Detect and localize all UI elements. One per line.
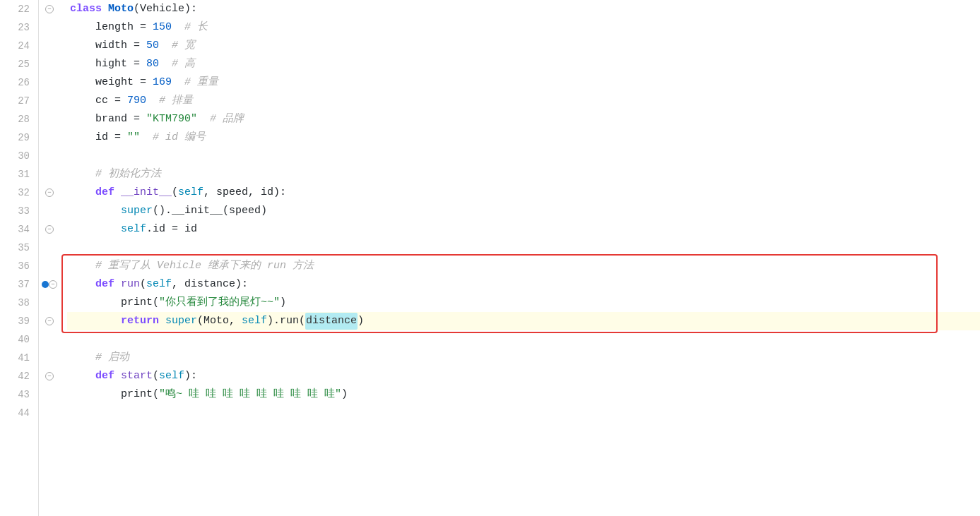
line-number: 27: [0, 92, 38, 110]
code-token: 50: [146, 37, 159, 54]
code-token: __init__: [121, 184, 172, 201]
gutter-cell: [39, 294, 60, 312]
code-token: 169: [153, 74, 172, 91]
gutter-cell: [39, 202, 60, 220]
code-line: [67, 330, 980, 349]
line-number: 41: [0, 349, 38, 367]
code-token: [70, 184, 95, 201]
fold-icon[interactable]: −: [45, 372, 54, 380]
code-token: length =: [70, 19, 153, 36]
gutter-cell: [39, 37, 60, 55]
code-line: length = 150 # 长: [67, 18, 980, 37]
code-token: [146, 92, 159, 109]
fold-icon[interactable]: −: [45, 317, 54, 325]
code-line: weight = 169 # 重量: [67, 73, 980, 92]
editor-content: class Moto(Vehicle): length = 150 # 长 wi…: [60, 0, 980, 516]
line-numbers: 2223242526272829303132333435363738394041…: [0, 0, 39, 516]
code-line: print("你只看到了我的尾灯~~"): [67, 294, 980, 312]
code-token: [172, 74, 184, 91]
code-line: hight = 80 # 高: [67, 55, 980, 73]
breakpoint-dot: [42, 281, 49, 288]
code-line: # 启动: [67, 349, 980, 367]
line-number: 26: [0, 73, 38, 92]
line-number: 35: [0, 239, 38, 257]
code-token: # 启动: [95, 349, 129, 366]
code-line: def run(self, distance):: [67, 275, 980, 294]
code-line: # 重写了从 Vehicle 继承下来的 run 方法: [67, 257, 980, 275]
line-number: 37: [0, 275, 38, 294]
code-token: [70, 258, 95, 275]
code-token: , speed, id):: [203, 184, 286, 201]
gutter-cell: [39, 330, 60, 349]
code-token: self: [121, 221, 146, 238]
code-token: # id 编号: [153, 129, 206, 146]
gutter-cell: [39, 147, 60, 165]
code-token: (: [172, 184, 178, 201]
gutter-cell: [39, 18, 60, 37]
code-token: 80: [146, 56, 159, 73]
code-token: id =: [70, 129, 127, 146]
fold-icon[interactable]: −: [49, 280, 57, 289]
code-token: class: [70, 1, 108, 18]
code-token: "你只看到了我的尾灯~~": [159, 294, 280, 311]
line-number: 33: [0, 202, 38, 220]
code-token: ).run(: [267, 313, 305, 330]
code-token: "鸣~ 哇 哇 哇 哇 哇 哇 哇 哇 哇": [159, 386, 341, 403]
gutter-cell: −: [39, 367, 60, 385]
code-line: [67, 404, 980, 422]
code-line: def __init__(self, speed, id):: [67, 184, 980, 202]
code-token: ().__init__(speed): [153, 203, 267, 220]
line-number: 42: [0, 367, 38, 385]
code-token: [70, 294, 121, 311]
line-number: 28: [0, 110, 38, 128]
code-token: [140, 129, 153, 146]
code-token: (Vehicle):: [134, 1, 197, 18]
gutter-cell: −: [39, 275, 60, 294]
code-token: def: [95, 368, 121, 385]
code-line: [67, 147, 980, 165]
gutter-cell: −: [39, 312, 60, 330]
code-token: "": [127, 129, 140, 146]
code-token: return: [121, 313, 165, 330]
gutter: −−−−−−: [39, 0, 60, 516]
code-token: "KTM790": [146, 111, 197, 128]
line-number: 22: [0, 0, 38, 18]
code-token: (Moto,: [197, 313, 242, 330]
code-line: id = "" # id 编号: [67, 128, 980, 147]
code-line: width = 50 # 宽: [67, 37, 980, 55]
fold-icon[interactable]: −: [45, 5, 54, 13]
gutter-cell: [39, 55, 60, 73]
code-token: # 初始化方法: [95, 166, 161, 183]
code-line: self.id = id: [67, 220, 980, 239]
code-token: def: [95, 184, 121, 201]
code-token: [70, 349, 95, 366]
line-number: 34: [0, 220, 38, 239]
code-token: print(: [121, 294, 159, 311]
code-token: # 长: [184, 19, 208, 36]
code-token: ):: [235, 276, 248, 293]
line-number: 40: [0, 330, 38, 349]
gutter-cell: [39, 257, 60, 275]
fold-icon[interactable]: −: [45, 225, 54, 234]
line-number: 39: [0, 312, 38, 330]
gutter-cell: [39, 92, 60, 110]
code-token: [70, 368, 95, 385]
gutter-cell: [39, 73, 60, 92]
code-token: [197, 111, 210, 128]
code-token: run: [121, 276, 140, 293]
fold-icon[interactable]: −: [45, 188, 54, 197]
line-number: 36: [0, 257, 38, 275]
code-token: ): [280, 294, 286, 311]
line-number: 24: [0, 37, 38, 55]
code-line: super().__init__(speed): [67, 202, 980, 220]
code-token: ): [358, 313, 364, 330]
code-token: # 排量: [159, 92, 193, 109]
gutter-cell: [39, 128, 60, 147]
code-token: def: [95, 276, 121, 293]
code-token: 790: [127, 92, 146, 109]
code-editor: 2223242526272829303132333435363738394041…: [0, 0, 980, 516]
code-token: self: [146, 276, 172, 293]
code-token: .id = id: [146, 221, 197, 238]
code-token: (: [140, 276, 146, 293]
line-number: 31: [0, 165, 38, 184]
